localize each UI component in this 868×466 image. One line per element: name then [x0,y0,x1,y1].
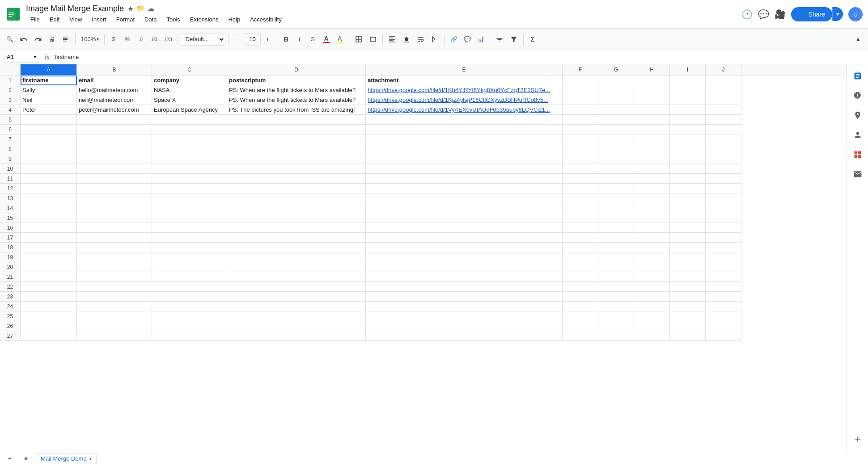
redo-button[interactable] [31,33,45,46]
menu-help[interactable]: Help [224,14,245,25]
cloud-icon[interactable]: ☁ [148,4,154,13]
cell-H4[interactable] [634,105,670,115]
wrap-text-button[interactable] [414,33,428,46]
cell-I3[interactable] [670,95,706,105]
cell-B1[interactable]: email [77,76,152,85]
row-num-27[interactable]: 27 [0,331,21,341]
cell-I4[interactable] [670,105,706,115]
menu-accessibility[interactable]: Accessibility [246,14,286,25]
row-num-2[interactable]: 2 [0,85,21,95]
sheet-scroll[interactable]: A B C D E F G H I J 1 firstname email co… [0,64,847,451]
comments-icon[interactable]: 💬 [758,9,769,20]
cell-A3[interactable]: Neil [21,95,77,105]
row-num-6[interactable]: 6 [0,125,21,134]
col-header-J[interactable]: J [706,64,741,75]
cell-B5[interactable] [77,115,152,125]
row-num-21[interactable]: 21 [0,272,21,282]
text-color-button[interactable]: A [320,33,333,46]
cell-B4[interactable]: peter@mailmeteor.com [77,105,152,115]
font-size-value[interactable]: 10 [245,33,261,46]
cell-D4[interactable]: PS: The pictures you took from ISS are a… [227,105,366,115]
col-header-F[interactable]: F [563,64,598,75]
col-header-B[interactable]: B [77,64,152,75]
cell-C2[interactable]: NASA [152,85,227,95]
cell-D5[interactable] [227,115,366,125]
cell-F3[interactable] [563,95,598,105]
currency-button[interactable]: $ [107,33,120,46]
cell-D3[interactable]: PS: When are the flight tickets to Mars … [227,95,366,105]
cell-J3[interactable] [706,95,741,105]
add-sheet-button[interactable]: + [4,452,16,466]
cell-G4[interactable] [598,105,634,115]
add-addon-icon[interactable] [850,431,866,447]
cell-J2[interactable] [706,85,741,95]
menu-file[interactable]: File [26,14,44,25]
menu-insert[interactable]: Insert [87,14,111,25]
unknown-icon-2[interactable] [850,147,866,163]
filter-button[interactable] [493,33,506,46]
col-header-G[interactable]: G [598,64,634,75]
print-button[interactable]: 🖨 [46,33,58,46]
menu-edit[interactable]: Edit [45,14,64,25]
row-num-16[interactable]: 16 [0,223,21,233]
cell-I1[interactable] [670,76,706,85]
row-num-18[interactable]: 18 [0,243,21,252]
percent-button[interactable]: % [121,33,133,46]
cell-F1[interactable] [563,76,598,85]
dec-incr-button[interactable]: .00 [148,33,160,46]
paint-format-button[interactable] [59,33,72,46]
menu-data[interactable]: Data [140,14,161,25]
menu-view[interactable]: View [65,14,86,25]
font-family-select[interactable]: Default... [181,33,225,46]
borders-button[interactable] [352,33,365,46]
rotate-button[interactable] [428,33,442,46]
link-button[interactable]: 🔗 [448,33,460,46]
col-header-I[interactable]: I [670,64,706,75]
col-header-H[interactable]: H [634,64,670,75]
row-num-3[interactable]: 3 [0,95,21,105]
sheets-icon[interactable] [850,68,866,84]
cell-F2[interactable] [563,85,598,95]
doc-title[interactable]: Image Mail Merge Example [26,4,124,13]
valign-button[interactable] [400,33,413,46]
cell-G3[interactable] [598,95,634,105]
row-num-4[interactable]: 4 [0,105,21,115]
row-num-17[interactable]: 17 [0,233,21,243]
row-num-5[interactable]: 5 [0,115,21,125]
font-size-increase-button[interactable]: + [262,33,274,46]
camera-icon[interactable]: 🎥 [775,9,786,20]
cell-A5[interactable] [21,115,77,125]
dec-decr-button[interactable]: .0 [134,33,147,46]
functions-button[interactable]: Σ [526,33,539,46]
cell-B2[interactable]: hello@mailmeteor.com [77,85,152,95]
cell-G2[interactable] [598,85,634,95]
cell-A2[interactable]: Sally [21,85,77,95]
row-num-20[interactable]: 20 [0,262,21,272]
formula-content[interactable]: firstname [55,54,864,60]
row-num-15[interactable]: 15 [0,213,21,223]
cell-B3[interactable]: neil@mailmeteor.com [77,95,152,105]
comment-button[interactable]: 💬 [461,33,474,46]
list-sheets-button[interactable]: ≡ [20,452,32,466]
row-num-14[interactable]: 14 [0,203,21,213]
cell-C5[interactable] [152,115,227,125]
zoom-select[interactable]: 100% ▾ [78,33,102,46]
mail-icon[interactable] [850,166,866,182]
cell-F4[interactable] [563,105,598,115]
cell-A4[interactable]: Peter [21,105,77,115]
share-dropdown-button[interactable]: ▾ [832,7,843,21]
italic-button[interactable]: I [293,33,306,46]
row-num-10[interactable]: 10 [0,164,21,174]
cell-reference-box[interactable]: A1 ▾ [4,52,39,63]
row-num-25[interactable]: 25 [0,311,21,321]
row-num-26[interactable]: 26 [0,321,21,331]
maps-icon[interactable] [850,107,866,123]
row-num-9[interactable]: 9 [0,154,21,164]
col-header-E[interactable]: E [366,64,563,75]
col-header-A[interactable]: A [21,64,77,75]
cell-C3[interactable]: Space X [152,95,227,105]
cell-E1[interactable]: attachment [366,76,563,85]
avatar[interactable]: U [848,7,863,21]
bold-button[interactable]: B [280,33,292,46]
contacts-icon[interactable] [850,127,866,143]
